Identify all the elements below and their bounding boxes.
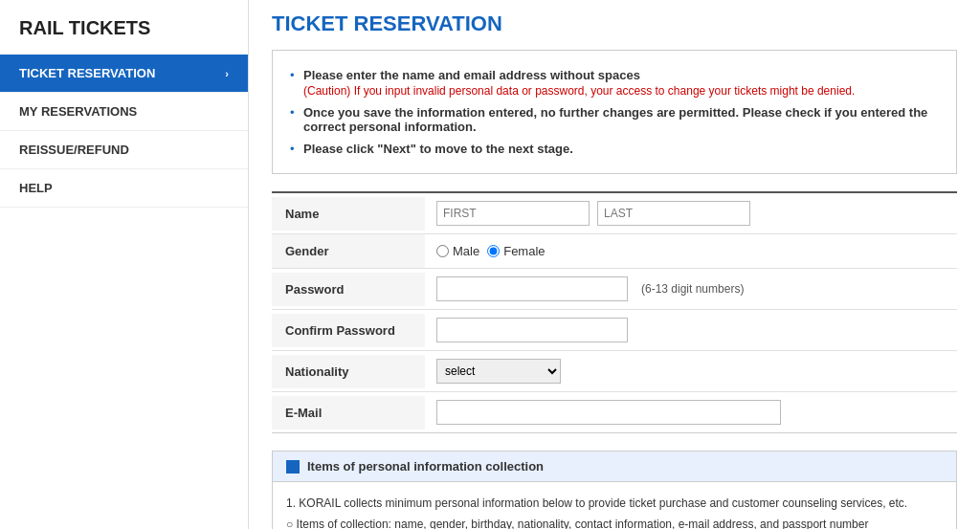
email-row: E-Mail: [272, 392, 957, 432]
info-item-1: Please enter the name and email address …: [290, 64, 939, 101]
blue-bar-icon: [286, 460, 300, 474]
info-text-3: Please click "Next" to move to the next …: [303, 142, 573, 156]
email-control: [425, 392, 957, 432]
gender-female-radio[interactable]: [487, 245, 500, 257]
password-row: Password (6-13 digit numbers): [272, 269, 957, 310]
sidebar-item-label: HELP: [19, 181, 53, 195]
email-label: E-Mail: [272, 396, 425, 430]
confirm-password-control: [425, 310, 957, 350]
gender-female-text: Female: [503, 244, 545, 258]
password-control: (6-13 digit numbers): [425, 269, 957, 309]
nationality-control: select: [425, 351, 957, 391]
nationality-select[interactable]: select: [436, 359, 561, 384]
info-item-2: Once you save the information entered, n…: [290, 101, 939, 138]
gender-control: Male Female: [425, 236, 957, 266]
nationality-row: Nationality select: [272, 351, 957, 392]
first-name-input[interactable]: [436, 201, 590, 226]
name-label: Name: [272, 197, 425, 231]
sidebar: RAIL TICKETS TICKET RESERVATION › MY RES…: [0, 0, 249, 529]
sidebar-nav: TICKET RESERVATION › MY RESERVATIONS REI…: [0, 55, 248, 208]
name-control: [425, 193, 957, 233]
confirm-password-label: Confirm Password: [272, 314, 425, 347]
page-title: TICKET RESERVATION: [272, 11, 957, 36]
chevron-icon: ›: [225, 68, 229, 79]
sidebar-item-label: REISSUE/REFUND: [19, 143, 129, 157]
personal-info-body: 1. KORAIL collects minimum personal info…: [273, 482, 956, 529]
password-hint: (6-13 digit numbers): [641, 282, 744, 296]
nationality-label: Nationality: [272, 355, 425, 388]
sidebar-item-reissue-refund[interactable]: REISSUE/REFUND: [0, 131, 248, 169]
personal-line1: 1. KORAIL collects minimum personal info…: [286, 494, 943, 515]
reservation-form: Name Gender Male Female: [272, 191, 957, 433]
main-content: TICKET RESERVATION Please enter the name…: [249, 0, 980, 529]
sidebar-item-label: MY RESERVATIONS: [19, 104, 137, 119]
gender-label: Gender: [272, 234, 425, 268]
info-item-3: Please click "Next" to move to the next …: [290, 138, 939, 160]
gender-male-text: Male: [453, 244, 479, 258]
sidebar-item-my-reservations[interactable]: MY RESERVATIONS: [0, 93, 248, 131]
sidebar-item-ticket-reservation[interactable]: TICKET RESERVATION ›: [0, 55, 248, 93]
name-row: Name: [272, 193, 957, 234]
caution-text-1: (Caution) If you input invalid personal …: [303, 84, 939, 98]
personal-info-section: Items of personal information collection…: [272, 451, 957, 529]
confirm-password-row: Confirm Password: [272, 310, 957, 351]
personal-info-header: Items of personal information collection: [273, 452, 956, 482]
password-label: Password: [272, 273, 425, 306]
gender-male-radio[interactable]: [436, 245, 449, 257]
info-box: Please enter the name and email address …: [272, 50, 957, 174]
sidebar-item-help[interactable]: HELP: [0, 169, 248, 208]
gender-female-label[interactable]: Female: [487, 244, 545, 258]
last-name-input[interactable]: [597, 201, 750, 226]
personal-line2: ○ Items of collection: name, gender, bir…: [286, 515, 943, 529]
password-input[interactable]: [436, 276, 628, 301]
sidebar-item-label: TICKET RESERVATION: [19, 66, 155, 80]
email-input[interactable]: [436, 400, 781, 425]
personal-info-title: Items of personal information collection: [307, 459, 544, 474]
info-text-2: Once you save the information entered, n…: [303, 105, 927, 134]
sidebar-title: RAIL TICKETS: [0, 10, 248, 55]
confirm-password-input[interactable]: [436, 318, 628, 342]
gender-row: Gender Male Female: [272, 234, 957, 269]
info-text-1: Please enter the name and email address …: [303, 68, 640, 82]
gender-male-label[interactable]: Male: [436, 244, 479, 258]
